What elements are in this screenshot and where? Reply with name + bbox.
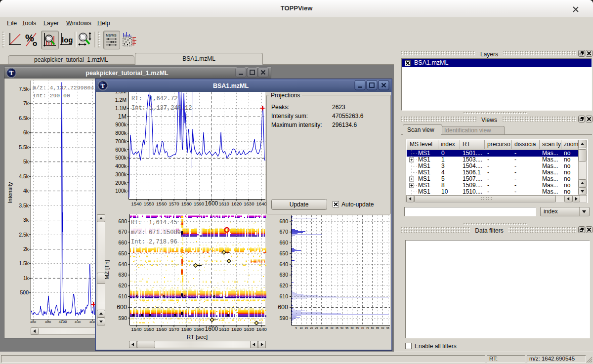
- svg-text:60: 60: [351, 326, 354, 329]
- svg-text:70: 70: [361, 326, 364, 329]
- svg-text:500: 500: [20, 289, 29, 295]
- svg-text:1550: 1550: [144, 201, 154, 206]
- svg-text:600: 600: [117, 304, 127, 311]
- svg-text:4120: 4120: [75, 321, 81, 324]
- svg-text:1600: 1600: [205, 200, 218, 207]
- svg-text:RT [sec]: RT [sec]: [187, 334, 208, 340]
- svg-text:RT: 1,642.72: RT: 1,642.72: [131, 95, 178, 102]
- svg-text:610: 610: [118, 293, 127, 299]
- svg-text:log: log: [62, 36, 73, 44]
- svg-text:1560: 1560: [156, 201, 167, 206]
- svg-text:700k: 700k: [115, 138, 127, 144]
- svg-text:75: 75: [366, 326, 369, 329]
- svg-text:95: 95: [386, 326, 389, 329]
- svg-text:m/z: 4,137.7299804: m/z: 4,137.7299804: [33, 84, 94, 91]
- svg-text:Int: 290.00: Int: 290.00: [33, 92, 70, 99]
- svg-text:2623: 2623: [332, 104, 345, 111]
- svg-text:4060: 4060: [30, 321, 36, 324]
- svg-text:20: 20: [310, 326, 313, 329]
- svg-text:4.5k: 4.5k: [19, 173, 29, 179]
- svg-text:BSA1.mzML: BSA1.mzML: [213, 82, 249, 89]
- svg-text:25: 25: [315, 326, 318, 329]
- svg-text:T: T: [9, 69, 14, 77]
- svg-text:2k: 2k: [23, 246, 29, 252]
- svg-text:200k: 200k: [115, 180, 127, 186]
- svg-text:5: 5: [296, 326, 297, 329]
- svg-text:4100: 4100: [59, 320, 67, 324]
- svg-text:1570: 1570: [169, 326, 179, 332]
- svg-text:90: 90: [381, 326, 384, 329]
- svg-text:Projections: Projections: [271, 92, 300, 99]
- svg-text:630: 630: [118, 272, 127, 278]
- svg-text:1640: 1640: [256, 326, 267, 332]
- svg-text:650: 650: [118, 250, 127, 256]
- svg-text:620: 620: [118, 283, 127, 288]
- svg-text:47055263.6: 47055263.6: [332, 113, 364, 120]
- svg-text:670: 670: [118, 229, 127, 235]
- svg-text:800k: 800k: [115, 130, 127, 136]
- svg-text:600: 600: [278, 304, 288, 311]
- svg-text:1610: 1610: [219, 326, 229, 332]
- svg-text:1570: 1570: [169, 201, 179, 206]
- svg-text:300k: 300k: [115, 171, 127, 177]
- svg-text:4k: 4k: [23, 188, 29, 194]
- svg-text:3.5k: 3.5k: [19, 202, 29, 208]
- svg-text:6.5k: 6.5k: [19, 115, 29, 121]
- svg-text:T: T: [101, 82, 105, 89]
- svg-text:Intensity sum:: Intensity sum:: [271, 113, 308, 120]
- svg-text:630: 630: [279, 272, 288, 278]
- svg-text:1560: 1560: [156, 326, 167, 332]
- svg-text:400k: 400k: [115, 163, 127, 169]
- svg-text:680: 680: [118, 218, 127, 224]
- svg-text:peakpicker_tutorial_1.mzML: peakpicker_tutorial_1.mzML: [85, 70, 169, 77]
- svg-text:1M: 1M: [118, 113, 127, 120]
- svg-text:6k: 6k: [23, 129, 29, 135]
- svg-text:4080: 4080: [45, 321, 51, 324]
- svg-text:Auto-update: Auto-update: [341, 201, 374, 208]
- svg-text:1620: 1620: [231, 201, 242, 206]
- svg-text:590: 590: [118, 315, 127, 321]
- svg-text:5.5k: 5.5k: [19, 144, 29, 150]
- svg-text:500k: 500k: [115, 155, 127, 161]
- svg-text:50: 50: [340, 326, 343, 329]
- svg-text:7k: 7k: [23, 100, 29, 106]
- svg-text:55: 55: [345, 326, 348, 329]
- svg-text:5k: 5k: [23, 159, 29, 164]
- svg-text:10: 10: [300, 326, 303, 329]
- svg-text:1540: 1540: [131, 326, 141, 332]
- svg-text:45: 45: [336, 326, 339, 329]
- svg-text:65: 65: [356, 326, 359, 329]
- svg-text:1610: 1610: [219, 201, 229, 206]
- svg-text:Update: Update: [290, 201, 309, 208]
- svg-text:1550: 1550: [144, 326, 154, 332]
- svg-text:7.5k: 7.5k: [19, 86, 29, 92]
- svg-text:670: 670: [279, 229, 288, 235]
- svg-text:m/z: 671.15089: m/z: 671.15089: [131, 229, 181, 236]
- svg-text:85: 85: [376, 326, 379, 329]
- svg-text:3k: 3k: [23, 217, 29, 223]
- svg-text:296134.6: 296134.6: [332, 121, 357, 128]
- svg-text:660: 660: [118, 240, 127, 245]
- svg-text:650: 650: [279, 250, 288, 256]
- svg-text:1580: 1580: [181, 326, 192, 332]
- svg-text:35: 35: [325, 326, 328, 329]
- svg-text:1k: 1k: [23, 275, 29, 281]
- svg-text:1590: 1590: [194, 326, 204, 332]
- svg-text:2.5k: 2.5k: [19, 232, 29, 238]
- svg-text:660: 660: [279, 240, 288, 245]
- svg-text:o: o: [33, 39, 37, 47]
- svg-text:1590: 1590: [194, 201, 204, 206]
- svg-text:80: 80: [371, 326, 374, 329]
- svg-text:Maximum intensity:: Maximum intensity:: [271, 121, 322, 128]
- svg-text:Intensity: Intensity: [7, 182, 13, 203]
- svg-text:1600: 1600: [205, 325, 218, 332]
- svg-text:1.5k: 1.5k: [19, 260, 29, 266]
- svg-text:640: 640: [279, 261, 288, 267]
- svg-text:900k: 900k: [115, 121, 127, 127]
- svg-text:1.1M: 1.1M: [115, 105, 127, 111]
- svg-text:Int: 1,137,240.12: Int: 1,137,240.12: [131, 105, 192, 112]
- svg-text:1630: 1630: [244, 326, 254, 332]
- svg-text:1630: 1630: [244, 201, 254, 206]
- svg-text:1540: 1540: [131, 201, 141, 206]
- svg-text:1640: 1640: [256, 201, 267, 206]
